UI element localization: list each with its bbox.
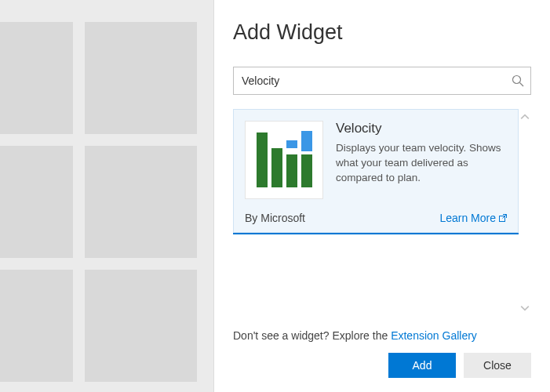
dashboard-tile[interactable]	[0, 270, 73, 382]
add-button[interactable]: Add	[388, 353, 456, 378]
svg-line-1	[520, 83, 524, 87]
extension-gallery-link[interactable]: Extension Gallery	[391, 329, 477, 342]
results-scrollbar[interactable]	[519, 109, 531, 316]
close-button[interactable]: Close	[464, 353, 531, 378]
dashboard-tile[interactable]	[0, 22, 73, 134]
dashboard-tile[interactable]	[0, 146, 73, 258]
panel-title: Add Widget	[233, 20, 531, 45]
widget-description: Displays your team velocity. Shows what …	[336, 141, 507, 186]
learn-more-link[interactable]: Learn More	[439, 212, 507, 224]
dashboard-canvas	[0, 0, 213, 392]
dashboard-tile[interactable]	[85, 270, 197, 382]
panel-footer: Don't see a widget? Explore the Extensio…	[214, 316, 550, 392]
results-list: Velocity Displays your team velocity. Sh…	[233, 109, 519, 316]
add-widget-panel: Add Widget	[213, 0, 550, 392]
widget-publisher: By Microsoft	[245, 212, 305, 224]
scroll-down-icon[interactable]	[520, 303, 530, 313]
widget-thumbnail	[245, 121, 323, 199]
widget-title: Velocity	[336, 121, 507, 136]
dashboard-tile[interactable]	[85, 22, 197, 134]
selection-underline	[233, 233, 519, 234]
scroll-up-icon[interactable]	[520, 112, 530, 122]
dashboard-tile[interactable]	[85, 146, 197, 258]
widget-search[interactable]	[233, 67, 531, 95]
search-icon	[512, 74, 524, 87]
external-link-icon	[499, 214, 507, 222]
footer-prompt: Don't see a widget? Explore the Extensio…	[233, 329, 531, 342]
search-input[interactable]	[242, 74, 512, 87]
svg-point-0	[513, 76, 521, 84]
widget-card-velocity[interactable]: Velocity Displays your team velocity. Sh…	[233, 109, 519, 233]
